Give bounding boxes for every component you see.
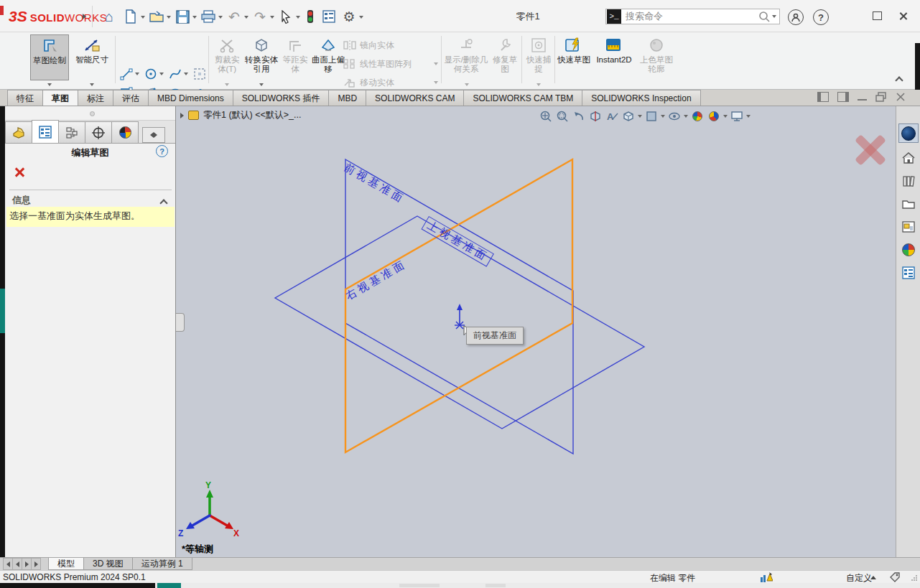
tab-dimxpert-manager[interactable] [85, 121, 112, 143]
options-button[interactable]: ⚙ [340, 7, 358, 26]
open-button[interactable] [148, 7, 165, 26]
smart-dimension-button[interactable]: 智能尺寸 [73, 34, 111, 80]
xpert-options-button[interactable] [303, 7, 317, 26]
tab-prev-button[interactable] [12, 558, 22, 570]
annotation-views-button[interactable]: A [605, 109, 619, 123]
surface-offset-button[interactable]: 曲面上偏移 [312, 34, 345, 80]
scroll-right-button[interactable] [154, 128, 164, 142]
view-orientation-button[interactable] [621, 109, 636, 123]
tag-icon[interactable] [889, 571, 901, 582]
confirmation-corner-cancel[interactable] [851, 134, 886, 165]
tab-mbd-dimensions[interactable]: MBD Dimensions [148, 90, 233, 106]
3dexperience-button[interactable] [898, 123, 919, 143]
design-library-button[interactable] [898, 171, 919, 190]
zoom-area-button[interactable] [555, 109, 570, 123]
tab-feature-manager[interactable] [5, 121, 32, 143]
tab-addins[interactable]: SOLIDWORKS 插件 [233, 90, 330, 106]
rapid-sketch-button[interactable]: 快速草图 [557, 34, 590, 80]
tab-annotations[interactable]: 标注 [78, 90, 113, 106]
home-button[interactable]: ⌂ [99, 7, 119, 26]
hide-show-items-button[interactable] [667, 109, 682, 123]
new-dropdown[interactable] [141, 16, 145, 19]
tab-motion-study[interactable]: 运动算例 1 [132, 558, 192, 570]
line-dropdown[interactable] [135, 73, 139, 75]
spline-dropdown[interactable] [184, 73, 188, 75]
rebuild-status-icon[interactable] [760, 571, 773, 583]
redo-button[interactable]: ↷ [251, 7, 269, 26]
view-settings-button[interactable] [730, 109, 744, 123]
tab-next-button[interactable] [22, 558, 32, 570]
linear-pattern-dropdown[interactable] [434, 62, 438, 65]
tab-last-button[interactable] [31, 558, 41, 570]
feature-tree-flyout[interactable]: 零件1 (默认) <<默认>_... [180, 109, 302, 121]
resources-button[interactable] [898, 148, 919, 167]
previous-view-button[interactable] [572, 109, 586, 123]
tab-first-button[interactable] [3, 558, 13, 570]
tab-property-manager[interactable] [32, 120, 59, 143]
smart-dimension-dropdown[interactable] [78, 80, 106, 88]
tab-mbd[interactable]: MBD [328, 90, 366, 106]
convert-entities-button[interactable]: 转换实体引用 [244, 34, 279, 80]
sketch-dropdown[interactable] [35, 80, 64, 88]
save-button[interactable] [174, 7, 191, 26]
edit-appearance-button[interactable] [690, 109, 705, 123]
properties-button[interactable] [320, 7, 338, 26]
doc-minimize-button[interactable] [858, 99, 867, 101]
zoom-fit-button[interactable] [539, 109, 553, 123]
logo-flyout-arrow[interactable] [79, 7, 89, 26]
graphics-viewport[interactable]: Y X Z 前视基准面 上视基准面 右视基准面 前视基准面 零件1 (默认) <… [176, 106, 896, 557]
tab-cam[interactable]: SOLIDWORKS CAM [366, 90, 464, 106]
trim-entities-button[interactable]: 剪裁实体(T) [211, 34, 243, 80]
convert-dropdown[interactable] [247, 80, 276, 88]
account-button[interactable] [788, 9, 804, 25]
tab-3d-views[interactable]: 3D 视图 [83, 558, 133, 570]
options-dropdown[interactable] [359, 16, 363, 19]
splitter-dot[interactable] [90, 111, 95, 116]
hide-show-dropdown[interactable] [684, 115, 688, 118]
spline-tool[interactable] [168, 67, 182, 81]
move-entities-dropdown[interactable] [434, 81, 438, 84]
close-button[interactable] [898, 11, 908, 21]
pane-right-button[interactable] [837, 92, 849, 102]
scroll-left-button[interactable] [143, 128, 154, 142]
tab-configuration-manager[interactable] [58, 121, 85, 143]
search-dropdown[interactable] [772, 15, 776, 18]
view-orientation-dropdown[interactable] [638, 115, 642, 118]
file-explorer-button[interactable] [898, 194, 919, 213]
planes-canvas[interactable]: Y X Z [176, 106, 896, 557]
pane-left-button[interactable] [817, 92, 829, 102]
circle-dropdown[interactable] [159, 73, 164, 75]
doc-close-button[interactable] [896, 92, 906, 102]
resize-grip[interactable] [911, 574, 918, 582]
sketch-picture-tool[interactable] [192, 67, 207, 81]
select-button[interactable] [277, 7, 294, 26]
cancel-sketch-button[interactable] [14, 167, 24, 177]
panel-splitter-handle[interactable] [176, 313, 185, 332]
view-palette-button[interactable] [898, 217, 919, 236]
circle-tool[interactable] [144, 67, 158, 81]
collapse-ribbon-button[interactable] [896, 75, 902, 85]
tab-evaluate[interactable]: 评估 [113, 90, 149, 106]
section-view-button[interactable] [588, 109, 603, 123]
line-tool[interactable] [119, 67, 134, 81]
maximize-button[interactable] [873, 11, 882, 20]
new-document-button[interactable] [122, 7, 139, 26]
command-search[interactable]: >_ 搜索命令 [605, 9, 780, 24]
select-dropdown[interactable] [296, 16, 300, 19]
help-button[interactable]: ? [813, 9, 829, 25]
tab-model[interactable]: 模型 [48, 558, 84, 570]
trim-dropdown[interactable] [213, 80, 241, 88]
view-settings-dropdown[interactable] [746, 115, 751, 118]
search-icon[interactable] [758, 10, 771, 23]
offset-entities-button[interactable]: 等距实体 [280, 34, 310, 80]
tab-display-manager[interactable] [111, 121, 139, 143]
print-button[interactable] [200, 7, 217, 26]
redo-dropdown[interactable] [270, 16, 274, 19]
display-relations-button[interactable]: 显示/删除几何关系 [444, 34, 488, 80]
save-dropdown[interactable] [192, 16, 197, 19]
display-relations-dropdown[interactable] [452, 80, 481, 88]
tab-cam-tbm[interactable]: SOLIDWORKS CAM TBM [463, 90, 582, 106]
instant2d-button[interactable]: Instant2D [593, 34, 635, 80]
display-style-button[interactable] [644, 109, 659, 123]
tab-inspection[interactable]: SOLIDWORKS Inspection [582, 90, 700, 106]
